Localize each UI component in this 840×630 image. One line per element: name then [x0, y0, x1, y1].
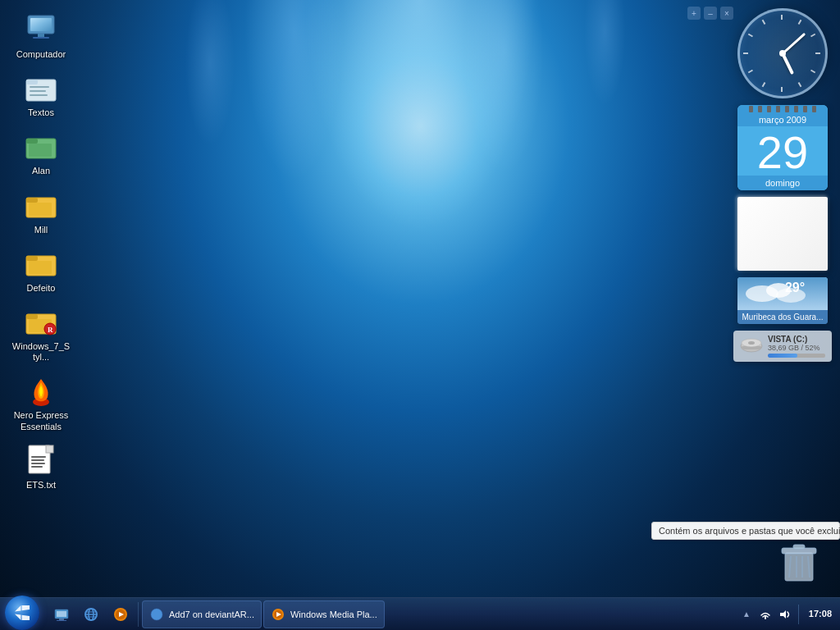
svg-rect-7 [30, 90, 46, 92]
desktop: + – × [0, 0, 840, 630]
windows7styl-icon[interactable]: R Windows_7_Styl... [8, 300, 74, 368]
mill-icon[interactable]: Mill [8, 184, 74, 240]
sidebar-minimize-button[interactable]: – [704, 7, 717, 20]
sidebar-add-button[interactable]: + [687, 7, 701, 20]
calendar-widget: março 2009 29 domingo [737, 105, 828, 190]
wmp-task-icon [271, 607, 285, 622]
weather-city: Muribeca dos Guara... [737, 310, 828, 324]
svg-rect-29 [31, 466, 43, 468]
svg-text:R: R [48, 326, 53, 334]
deviantart-task[interactable]: Add7 on deviantAR... [142, 600, 262, 628]
wmp-task-label: Windows Media Pla... [290, 609, 377, 619]
network-tray-icon[interactable] [757, 606, 774, 623]
svg-point-59 [151, 609, 162, 620]
start-button[interactable] [0, 598, 44, 631]
textos-label: Textos [28, 107, 54, 118]
recycle-bin[interactable]: Contém os arquivos e pastas que você exc… [766, 540, 832, 585]
weather-widget: 29° Muribeca dos Guara... [737, 277, 828, 324]
taskbar-clock[interactable]: 17:08 [804, 608, 837, 619]
svg-rect-26 [31, 456, 46, 458]
svg-point-39 [748, 341, 755, 345]
svg-rect-25 [46, 445, 53, 453]
taskbar: Add7 on deviantAR... Windows Media Pla..… [0, 597, 840, 630]
internet-explorer-button[interactable] [77, 600, 105, 628]
clock-widget [737, 8, 828, 98]
svg-rect-11 [29, 144, 52, 157]
defeito-icon[interactable]: Defeito [8, 242, 74, 299]
nero-icon[interactable]: Nero Express Essentials [8, 369, 74, 436]
svg-rect-1 [30, 18, 52, 31]
disk-drive-icon [740, 337, 763, 355]
computador-label: Computador [16, 49, 66, 60]
computador-icon[interactable]: Computador [8, 8, 74, 65]
calendar-month: março 2009 [737, 113, 828, 126]
svg-rect-2 [38, 34, 44, 37]
disk-widget: VISTA (C:) 38,69 GB / 52% [733, 331, 832, 362]
calendar-day: 29 [737, 126, 828, 176]
recycle-tooltip: Contém os arquivos e pastas que você exc… [651, 522, 840, 540]
desktop-icons: Computador Textos [8, 8, 74, 497]
volume-tray-icon[interactable] [777, 606, 793, 623]
disk-size: 38,69 GB / 52% [768, 344, 825, 352]
deviantart-task-label: Add7 on deviantAR... [169, 609, 254, 619]
tray-expand-button[interactable]: ▲ [739, 608, 754, 620]
time-display: 17:08 [809, 608, 832, 619]
svg-rect-42 [793, 545, 805, 549]
show-desktop-button[interactable] [48, 600, 75, 628]
svg-rect-48 [57, 611, 66, 617]
nero-label: Nero Express Essentials [11, 410, 71, 431]
widgets-panel: março 2009 29 domingo [733, 8, 832, 362]
sidebar-toggle: + – × [687, 7, 733, 20]
deviantart-task-icon [149, 607, 164, 622]
note-widget[interactable] [737, 197, 828, 271]
taskbar-items: Add7 on deviantAR... Windows Media Pla..… [139, 598, 736, 631]
quick-launch [44, 602, 139, 627]
svg-rect-28 [31, 463, 45, 464]
ets-label: ETS.txt [26, 480, 56, 491]
textos-icon[interactable]: Textos [8, 66, 74, 123]
wmp-task[interactable]: Windows Media Pla... [263, 600, 385, 628]
calendar-weekday: domingo [737, 176, 828, 190]
svg-rect-27 [31, 459, 44, 461]
disk-fill-bar [768, 354, 797, 358]
svg-rect-6 [30, 86, 49, 88]
wmp-quick-button[interactable] [107, 600, 135, 628]
svg-rect-17 [29, 261, 52, 274]
system-tray: ▲ 17:08 [736, 598, 840, 631]
ets-icon[interactable]: ETS.txt [8, 439, 74, 495]
mill-label: Mill [34, 225, 48, 235]
svg-rect-49 [59, 619, 64, 620]
sidebar-close-button[interactable]: × [720, 7, 733, 20]
windows7styl-label: Windows_7_Styl... [11, 341, 71, 363]
alan-label: Alan [32, 166, 50, 176]
svg-rect-10 [26, 139, 38, 144]
disk-label: VISTA (C:) [768, 335, 825, 344]
alan-icon[interactable]: Alan [8, 125, 74, 181]
defeito-label: Defeito [27, 283, 56, 294]
svg-rect-13 [26, 198, 38, 203]
tray-divider [798, 605, 799, 624]
svg-rect-14 [29, 203, 52, 216]
svg-rect-19 [26, 314, 38, 319]
svg-rect-3 [33, 37, 49, 39]
svg-marker-63 [780, 610, 786, 619]
svg-rect-50 [57, 620, 66, 621]
svg-rect-8 [30, 94, 48, 96]
svg-rect-16 [26, 256, 38, 261]
svg-text:29°: 29° [785, 281, 805, 294]
svg-rect-5 [26, 80, 38, 84]
